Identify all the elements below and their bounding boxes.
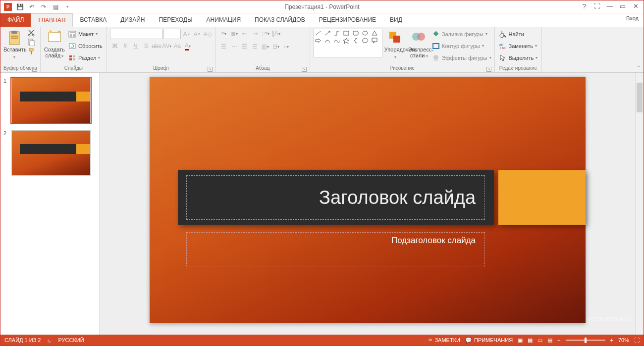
slide-thumbnails-pane[interactable]: 1 2 [0,73,100,335]
fit-to-window-icon[interactable]: ⛶ [634,337,640,343]
grow-font-icon[interactable]: A▲ [182,29,191,39]
shape-fill-button[interactable]: Заливка фигуры [432,29,491,39]
shape-oval-icon[interactable] [362,30,369,36]
zoom-slider[interactable] [566,340,605,341]
shape-arrow-icon[interactable] [324,30,331,36]
slide-editor[interactable]: Заголовок слайда Подзаголовок слайда PCP… [100,73,635,335]
zoom-in-icon[interactable]: + [610,337,613,343]
zoom-out-icon[interactable]: − [557,337,560,343]
bullets-icon[interactable]: ≡ [219,29,229,39]
tab-view[interactable]: ВИД [383,13,409,27]
comments-button[interactable]: 💬 ПРИМЕЧАНИЯ [465,337,513,344]
layout-button[interactable]: Макет [67,29,104,39]
shadow-icon[interactable]: S [141,41,151,51]
char-spacing-icon[interactable]: AV [162,41,172,51]
shape-star-icon[interactable] [343,38,350,44]
quick-styles-button[interactable]: Экспресс-стили [408,29,430,59]
accent-shape[interactable] [498,170,586,225]
justify-icon[interactable]: ☰ [250,42,260,51]
drawing-dialog-launcher[interactable]: ↘ [486,67,491,72]
tab-review[interactable]: РЕЦЕНЗИРОВАНИЕ [312,13,383,27]
shape-arrowblock-icon[interactable] [315,38,322,44]
change-case-icon[interactable]: Aa [172,41,182,51]
tab-insert[interactable]: ВСТАВКА [73,13,113,27]
ribbon-display-icon[interactable]: ⛶ [591,0,603,11]
zoom-level[interactable]: 70% [618,337,629,343]
thumbnail-2[interactable]: 2 [3,130,96,176]
align-center-icon[interactable]: ⋯ [229,42,239,51]
tab-file[interactable]: ФАЙЛ [0,13,31,27]
tab-slideshow[interactable]: ПОКАЗ СЛАЙДОВ [248,13,312,27]
scrollbar-thumb[interactable] [637,83,643,112]
notes-button[interactable]: ≐ ЗАМЕТКИ [428,337,460,344]
columns-icon[interactable]: ▥ [261,42,270,51]
numbering-icon[interactable]: ≣ [229,29,239,39]
shape-connector-icon[interactable] [333,30,340,36]
shape-outline-button[interactable]: Контур фигуры [432,41,491,51]
slide-canvas[interactable]: Заголовок слайда Подзаголовок слайда [150,77,586,323]
select-button[interactable]: Выделить [498,52,539,63]
section-button[interactable]: Раздел [67,52,104,63]
line-spacing-icon[interactable]: ↕≡ [261,29,270,39]
find-button[interactable]: Найти [498,29,539,39]
language-status[interactable]: РУССКИЙ [58,337,84,343]
text-direction-icon[interactable]: ‖A [271,29,281,39]
shape-brace-icon[interactable] [352,38,359,44]
slide-counter[interactable]: СЛАЙД 1 ИЗ 2 [4,337,41,343]
spellcheck-icon[interactable]: ⎁ [48,337,51,343]
slideshow-view-icon[interactable]: ▤ [547,337,552,344]
font-dialog-launcher[interactable]: ↘ [208,67,213,72]
cut-icon[interactable] [27,29,35,37]
tab-transitions[interactable]: ПЕРЕХОДЫ [152,13,200,27]
italic-icon[interactable]: К [120,41,130,51]
reset-button[interactable]: Сбросить [67,41,104,51]
shape-hex-icon[interactable] [362,38,369,44]
thumb-preview[interactable] [11,78,91,123]
new-slide-button[interactable]: Создать слайд [44,29,65,59]
sign-in-link[interactable]: Вход [626,15,639,21]
sorter-view-icon[interactable]: ▦ [528,337,533,344]
shape-curve-icon[interactable] [324,38,331,44]
copy-icon[interactable] [27,38,35,46]
replace-button[interactable]: abacЗаменить [498,41,539,51]
tab-animations[interactable]: АНИМАЦИЯ [200,13,248,27]
close-icon[interactable]: ✕ [630,0,642,11]
subtitle-placeholder[interactable]: Подзаголовок слайда [186,232,485,267]
shape-callout-icon[interactable] [371,38,378,44]
align-left-icon[interactable]: ☰ [219,42,229,51]
shape-effects-button[interactable]: Эффекты фигуры [432,52,491,63]
title-placeholder[interactable]: Заголовок слайда [186,175,485,220]
smartart-icon[interactable]: ⟐ [281,42,291,51]
thumb-preview[interactable] [11,130,91,176]
arrange-button[interactable]: Упорядочить [384,29,406,60]
bold-icon[interactable]: Ж [110,41,120,51]
tab-home[interactable]: ГЛАВНАЯ [31,13,73,27]
tab-design[interactable]: ДИЗАЙН [113,13,152,27]
shapes-gallery[interactable] [313,29,382,57]
format-painter-icon[interactable] [27,48,35,55]
paste-button[interactable]: Вставить [3,29,25,60]
shape-line-icon[interactable] [315,30,322,36]
maximize-icon[interactable]: ▭ [617,0,629,11]
qa-customize-icon[interactable] [62,1,73,12]
minimize-icon[interactable]: — [604,0,616,11]
font-color-icon[interactable]: A [183,41,193,51]
thumbnail-1[interactable]: 1 [3,78,96,123]
shrink-font-icon[interactable]: A▼ [193,29,202,39]
increase-indent-icon[interactable]: ⇥ [250,29,260,39]
underline-icon[interactable]: Ч [131,41,141,51]
start-slideshow-icon[interactable]: ▤ [50,1,61,12]
help-icon[interactable]: ? [578,0,590,11]
redo-icon[interactable]: ↷ [38,1,49,12]
paragraph-dialog-launcher[interactable]: ↘ [302,67,307,72]
strike-icon[interactable]: abc [152,41,161,51]
font-size-combo[interactable] [163,29,181,39]
align-text-icon[interactable]: ⊟ [271,42,281,51]
shape-rect-icon[interactable] [343,30,350,36]
undo-icon[interactable]: ↶ [26,1,37,12]
shape-roundrect-icon[interactable] [352,30,359,36]
shape-triangle-icon[interactable] [371,30,378,36]
vertical-scrollbar[interactable] [635,73,644,335]
clipboard-dialog-launcher[interactable]: ↘ [32,67,37,72]
shape-freeform-icon[interactable] [333,38,340,44]
